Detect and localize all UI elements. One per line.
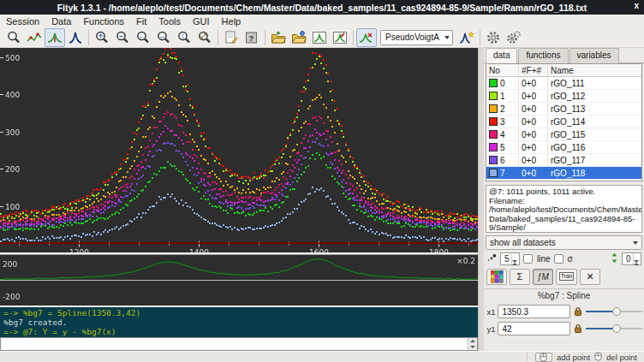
- svg-text:↔: ↔: [158, 31, 166, 39]
- dataset-color-swatch[interactable]: [489, 169, 498, 177]
- zoom-in-button[interactable]: +: [92, 28, 112, 47]
- dataset-color-swatch[interactable]: [489, 92, 498, 100]
- baseline-x1-slider[interactable]: [586, 306, 642, 317]
- function-type-dropdown[interactable]: PseudoVoigtA: [380, 30, 453, 45]
- menu-bar: SessionDataFunctionsFitToolsGUIHelp: [0, 15, 644, 27]
- table-row-rGO_111[interactable]: 0 0+0 rGO_111: [486, 77, 641, 90]
- lock-icon[interactable]: [573, 323, 583, 334]
- auto-add-peak-button[interactable]: [356, 28, 377, 47]
- command-history-spinner[interactable]: [468, 338, 477, 350]
- slider-thumb[interactable]: [612, 307, 621, 316]
- menu-help[interactable]: Help: [216, 15, 247, 27]
- delete-button-label: ✕: [587, 271, 594, 282]
- dataset-color-swatch[interactable]: [489, 117, 498, 126]
- right-click-hint: del point: [606, 353, 637, 362]
- dataset-color-swatch[interactable]: [489, 104, 498, 113]
- main-plot[interactable]: [0, 48, 478, 252]
- table-row-rGO_118[interactable]: 7 0+0 rGO_118: [486, 167, 641, 180]
- baseline-section: %bg7 : Spline x1 1350.3 y1 42: [484, 288, 644, 337]
- dataset-name: rGO_115: [548, 128, 641, 140]
- range-icon: [27, 30, 42, 45]
- sidebar-tabs: datafunctionsvariables: [484, 48, 644, 63]
- aux-plot[interactable]: [0, 255, 478, 306]
- transform-button[interactable]: Tran: [556, 269, 577, 285]
- dataset-no: 2: [486, 103, 519, 115]
- col-no: No: [486, 64, 519, 76]
- zoom-cursor-mode-button[interactable]: [3, 28, 24, 47]
- aux-plot-canvas[interactable]: [0, 255, 478, 306]
- delete-button[interactable]: ✕: [580, 269, 600, 285]
- sidebar: datafunctionsvariables No #F+# Name 0 0+…: [484, 48, 644, 351]
- point-size-stepper[interactable]: 5: [500, 252, 520, 265]
- table-row-rGO_117[interactable]: 6 0+0 rGO_117: [486, 154, 641, 167]
- vertical-splitter[interactable]: [478, 48, 484, 351]
- baseline-mode-button[interactable]: [45, 28, 65, 47]
- folder-icon: [271, 30, 286, 45]
- dataset-fcount: 0+0: [519, 90, 548, 102]
- frame-red-icon: [332, 30, 348, 45]
- menu-functions[interactable]: Functions: [77, 15, 130, 27]
- toolbar-separator: [88, 30, 89, 45]
- dataset-info: @7: 1011 points, 1011 active.Filename: /…: [486, 185, 642, 233]
- baseline-y1-input[interactable]: 42: [498, 322, 570, 335]
- menu-gui[interactable]: GUI: [187, 15, 216, 27]
- table-row-rGO_114[interactable]: 3 0+0 rGO_114: [486, 116, 641, 128]
- function-type-value: PseudoVoigtA: [385, 33, 439, 42]
- line-checkbox[interactable]: [523, 254, 533, 264]
- dataset-color-swatch[interactable]: [489, 79, 498, 87]
- tab-functions[interactable]: functions: [518, 48, 568, 63]
- zoom-vertical-button[interactable]: ↕: [174, 28, 194, 47]
- col-fcount: #F+#: [519, 64, 548, 76]
- show-datasets-dropdown[interactable]: show all datasets: [486, 235, 642, 250]
- dataset-color-swatch[interactable]: [489, 130, 498, 139]
- functions-button[interactable]: ƒM: [533, 269, 553, 285]
- mouse-hint-button[interactable]: [535, 353, 552, 362]
- menu-data[interactable]: Data: [45, 15, 77, 27]
- main-plot-canvas[interactable]: [0, 48, 478, 252]
- tab-data[interactable]: data: [486, 48, 517, 63]
- zoom-all-button[interactable]: ⤢: [194, 28, 215, 47]
- dataset-name: rGO_118: [548, 167, 641, 179]
- info-line: Raman/rGO_118.txt: [489, 233, 639, 234]
- slider-thumb[interactable]: [612, 324, 621, 333]
- open-data-custom-button[interactable]: [289, 28, 309, 47]
- dataset-color-swatch[interactable]: [489, 156, 498, 164]
- baseline-y1-slider[interactable]: [586, 323, 642, 334]
- zoom-previous-button[interactable]: ←: [133, 28, 153, 47]
- peak-green-icon: [47, 30, 63, 45]
- status-separator: [527, 353, 528, 361]
- sum-button[interactable]: Σ: [510, 269, 530, 285]
- fit-run-button[interactable]: [483, 28, 504, 47]
- table-row-rGO_112[interactable]: 1 0+0 rGO_112: [486, 90, 641, 103]
- tab-variables[interactable]: variables: [569, 48, 619, 63]
- open-data-button[interactable]: [268, 28, 289, 47]
- export-plot-green-button[interactable]: [309, 28, 330, 47]
- table-row-rGO_113[interactable]: 2 0+0 rGO_113: [486, 103, 641, 116]
- menu-fit[interactable]: Fit: [130, 15, 152, 27]
- fit-settings-button[interactable]: [504, 28, 524, 47]
- colors-button[interactable]: [486, 269, 507, 285]
- svg-text:−: −: [119, 31, 123, 39]
- info-dump-button[interactable]: ?: [242, 28, 262, 47]
- menu-tools[interactable]: Tools: [152, 15, 187, 27]
- table-row-rGO_116[interactable]: 5 0+0 rGO_116: [486, 141, 641, 154]
- baseline-x1-input[interactable]: 1350.3: [498, 305, 570, 318]
- session-script-button[interactable]: [221, 28, 242, 47]
- dataset-color-swatch[interactable]: [489, 143, 498, 151]
- data-range-mode-button[interactable]: [24, 28, 45, 47]
- baseline-title: %bg7 : Spline: [484, 291, 644, 303]
- add-peak-mode-button[interactable]: [65, 28, 86, 47]
- table-row-rGO_115[interactable]: 4 0+0 rGO_115: [486, 128, 641, 141]
- toolbar-separator: [265, 30, 265, 45]
- zoom-horizontal-button[interactable]: ↔: [153, 28, 174, 47]
- sigma-checkbox[interactable]: [554, 254, 564, 264]
- close-icon[interactable]: x: [634, 1, 639, 10]
- command-input[interactable]: [1, 338, 468, 350]
- lock-icon[interactable]: [573, 306, 583, 317]
- menu-session[interactable]: Session: [0, 15, 45, 27]
- command-row: [0, 337, 478, 351]
- add-function-button[interactable]: [456, 28, 477, 47]
- export-plot-red-button[interactable]: [330, 28, 350, 47]
- zoom-out-button[interactable]: −: [112, 28, 133, 47]
- shift-stepper[interactable]: 0: [622, 252, 641, 265]
